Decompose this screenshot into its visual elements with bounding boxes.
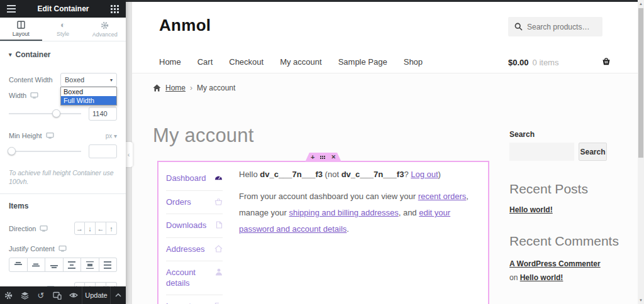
- account-nav-logout[interactable]: Logout: [166, 295, 223, 304]
- scrollbar[interactable]: ▲ ▼: [638, 0, 644, 304]
- min-height-slider[interactable]: [9, 151, 81, 152]
- cart-item-count: 0 items: [533, 58, 559, 67]
- elementor-editor: Edit Container Layout ◐ Style Advanced: [0, 0, 644, 304]
- monitor-icon[interactable]: [46, 133, 54, 139]
- breadcrumb-home-link[interactable]: Home: [165, 84, 186, 92]
- min-height-slider-handle[interactable]: [8, 147, 16, 155]
- nav-home[interactable]: Home: [159, 57, 181, 67]
- justify-space-around-button[interactable]: [81, 258, 99, 272]
- justify-content-row: Justify Content: [9, 245, 117, 252]
- downloads-file-icon: [216, 221, 223, 229]
- min-height-unit-select[interactable]: px ▾: [106, 133, 117, 139]
- scroll-up-arrow[interactable]: ▲: [638, 0, 644, 8]
- sidebar-search-input[interactable]: [509, 143, 574, 161]
- history-icon[interactable]: ↺: [33, 286, 49, 304]
- cart-total-amount: $0.00: [508, 58, 529, 67]
- justify-end-button[interactable]: [45, 258, 64, 272]
- hamburger-menu-icon[interactable]: [7, 8, 16, 9]
- content-width-row: Content Width Boxed ▾ Boxed Full Width: [9, 73, 117, 87]
- width-slider-handle[interactable]: [52, 109, 60, 117]
- justify-space-evenly-button[interactable]: [99, 258, 118, 272]
- logout-link[interactable]: Log out: [411, 170, 438, 179]
- settings-gear-icon[interactable]: [0, 286, 16, 304]
- nav-checkout[interactable]: Checkout: [229, 57, 264, 67]
- account-navigation: Dashboard Orders Downloads: [166, 167, 223, 304]
- comment-on-text: on: [509, 273, 520, 282]
- tab-advanced[interactable]: Advanced: [84, 18, 126, 41]
- container-edit-handle: + ✕: [305, 153, 341, 162]
- width-input[interactable]: [89, 107, 117, 121]
- tab-layout[interactable]: Layout: [0, 18, 42, 41]
- width-slider[interactable]: [9, 113, 81, 114]
- product-search-input[interactable]: [527, 23, 596, 31]
- min-height-input[interactable]: [89, 144, 117, 158]
- nav-shop[interactable]: Shop: [404, 57, 423, 67]
- recent-orders-link[interactable]: recent orders: [418, 192, 467, 201]
- account-nav-account-details[interactable]: Account details: [166, 261, 223, 295]
- account-nav-label: Orders: [166, 197, 191, 208]
- chevron-up-icon[interactable]: [111, 286, 126, 304]
- option-boxed[interactable]: Boxed: [61, 87, 116, 96]
- preview-eye-icon[interactable]: [65, 286, 82, 304]
- drag-handle-icon[interactable]: [320, 156, 321, 157]
- chevron-down-icon: ▾: [110, 77, 113, 83]
- delete-container-icon[interactable]: ✕: [331, 155, 336, 160]
- widgets-grid-icon[interactable]: [111, 5, 113, 7]
- cart-basket-icon[interactable]: [601, 57, 611, 66]
- justify-start-button[interactable]: [9, 258, 28, 272]
- shipping-billing-link[interactable]: shipping and billing addresses: [289, 208, 399, 217]
- section-container-label: Container: [16, 50, 51, 59]
- account-nav-addresses[interactable]: Addresses: [166, 238, 223, 262]
- recent-comment-item: A WordPress Commenter on Hello world!: [509, 257, 604, 285]
- section-container-header[interactable]: ▾ Container: [9, 50, 117, 59]
- account-person-icon: [215, 268, 223, 276]
- justify-label-text: Justify Content: [9, 245, 55, 252]
- scrollbar-thumb[interactable]: [638, 8, 643, 158]
- comment-author-link[interactable]: A WordPress Commenter: [509, 259, 601, 268]
- content-width-select[interactable]: Boxed ▾: [60, 73, 117, 87]
- monitor-icon[interactable]: [30, 92, 38, 99]
- recent-post-link[interactable]: Hello world!: [509, 205, 639, 214]
- dash-text: .: [347, 224, 349, 234]
- direction-row-reverse-button[interactable]: ←: [96, 222, 106, 235]
- preview-canvas: Anmol Home Cart Checkout My account Samp…: [126, 0, 638, 304]
- elementor-selected-container[interactable]: + ✕ Dashboard Orders Do: [157, 161, 489, 304]
- sidebar-search-button[interactable]: Search: [579, 143, 607, 161]
- home-icon[interactable]: [153, 84, 161, 92]
- nav-my-account[interactable]: My account: [280, 57, 321, 67]
- direction-column-button[interactable]: ↓: [85, 222, 96, 235]
- update-button[interactable]: Update: [82, 286, 111, 304]
- site-title[interactable]: Anmol: [159, 16, 211, 35]
- panel-title: Edit Container: [37, 4, 89, 13]
- monitor-icon[interactable]: [58, 246, 67, 252]
- content-width-dropdown: Boxed Full Width: [60, 87, 117, 106]
- direction-column-reverse-button[interactable]: ↑: [106, 222, 117, 235]
- nav-sample-page[interactable]: Sample Page: [338, 57, 387, 67]
- justify-center-button[interactable]: [28, 258, 46, 272]
- min-height-slider-row: [9, 144, 117, 158]
- greeting-username-2: dv_c___7n___f3: [341, 170, 404, 179]
- justify-content-label: Justify Content: [9, 245, 67, 252]
- justify-space-between-button[interactable]: [64, 258, 82, 272]
- panel-footer: ↺ Update: [0, 286, 126, 304]
- account-nav-downloads[interactable]: Downloads: [166, 214, 223, 238]
- direction-row-button[interactable]: →: [74, 222, 85, 235]
- account-nav-dashboard[interactable]: Dashboard: [166, 167, 223, 191]
- navigator-layers-icon[interactable]: [16, 286, 33, 304]
- dash-text: From your account dashboard you can view…: [239, 192, 418, 201]
- cart-total[interactable]: $0.000 items: [508, 58, 558, 67]
- collapse-chevron-icon: ‹: [128, 151, 130, 158]
- tab-style[interactable]: ◐ Style: [42, 18, 84, 41]
- option-full-width[interactable]: Full Width: [61, 96, 116, 105]
- comment-post-link[interactable]: Hello world!: [520, 273, 564, 282]
- min-height-label-text: Min Height: [9, 132, 42, 139]
- nav-cart[interactable]: Cart: [197, 57, 213, 67]
- add-element-icon[interactable]: +: [311, 154, 314, 161]
- responsive-mode-icon[interactable]: [49, 286, 65, 304]
- content-width-select-wrap: Boxed ▾ Boxed Full Width: [60, 73, 117, 87]
- greeting-close: ): [438, 170, 441, 179]
- monitor-icon[interactable]: [40, 225, 48, 232]
- account-nav-orders[interactable]: Orders: [166, 191, 223, 215]
- greeting-username: dv_c___7n___f3: [260, 170, 323, 179]
- scroll-down-arrow[interactable]: ▼: [638, 296, 644, 304]
